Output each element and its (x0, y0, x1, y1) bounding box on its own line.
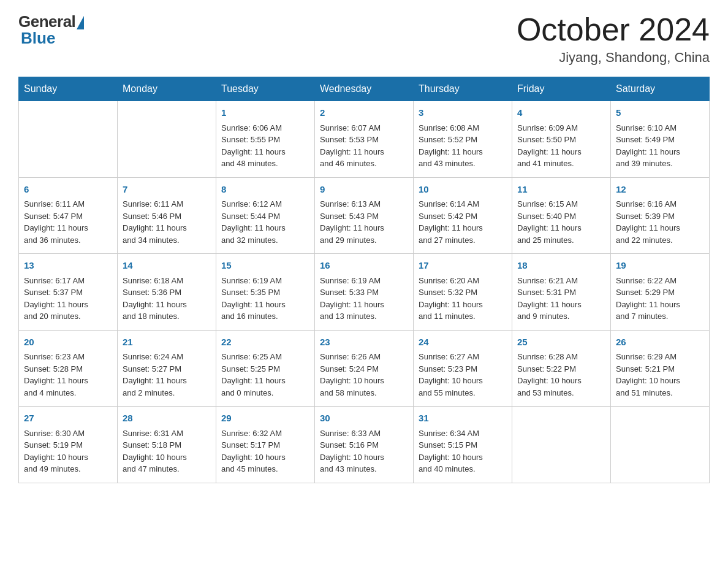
location-title: Jiyang, Shandong, China (517, 50, 710, 66)
header-cell-wednesday: Wednesday (315, 77, 414, 101)
day-detail: Sunrise: 6:32 AM Sunset: 5:17 PM Dayligh… (221, 427, 309, 475)
day-cell: 5Sunrise: 6:10 AM Sunset: 5:49 PM Daylig… (611, 101, 710, 178)
day-cell: 31Sunrise: 6:34 AM Sunset: 5:15 PM Dayli… (414, 407, 512, 483)
day-number: 14 (123, 259, 211, 273)
day-cell: 23Sunrise: 6:26 AM Sunset: 5:24 PM Dayli… (315, 330, 414, 407)
day-detail: Sunrise: 6:06 AM Sunset: 5:55 PM Dayligh… (221, 122, 309, 170)
day-number: 3 (419, 106, 507, 120)
day-cell: 24Sunrise: 6:27 AM Sunset: 5:23 PM Dayli… (414, 330, 512, 407)
day-number: 8 (221, 183, 309, 197)
day-cell (611, 407, 710, 483)
day-detail: Sunrise: 6:19 AM Sunset: 5:33 PM Dayligh… (320, 275, 408, 323)
day-number: 5 (616, 106, 704, 120)
day-cell (512, 407, 611, 483)
day-number: 9 (320, 183, 408, 197)
day-cell: 26Sunrise: 6:29 AM Sunset: 5:21 PM Dayli… (611, 330, 710, 407)
day-detail: Sunrise: 6:25 AM Sunset: 5:25 PM Dayligh… (221, 351, 309, 399)
week-row-2: 6Sunrise: 6:11 AM Sunset: 5:47 PM Daylig… (19, 177, 710, 254)
day-number: 26 (616, 335, 704, 350)
day-detail: Sunrise: 6:29 AM Sunset: 5:21 PM Dayligh… (616, 351, 704, 399)
day-number: 17 (419, 259, 507, 273)
day-cell: 29Sunrise: 6:32 AM Sunset: 5:17 PM Dayli… (216, 407, 315, 483)
logo: General Blue (18, 12, 84, 48)
day-cell: 12Sunrise: 6:16 AM Sunset: 5:39 PM Dayli… (611, 177, 710, 254)
day-detail: Sunrise: 6:19 AM Sunset: 5:35 PM Dayligh… (221, 275, 309, 323)
day-cell: 8Sunrise: 6:12 AM Sunset: 5:44 PM Daylig… (216, 177, 315, 254)
day-cell: 17Sunrise: 6:20 AM Sunset: 5:32 PM Dayli… (414, 254, 512, 331)
page-header: General Blue October 2024 Jiyang, Shando… (18, 12, 710, 66)
day-cell (118, 101, 216, 178)
day-detail: Sunrise: 6:27 AM Sunset: 5:23 PM Dayligh… (419, 351, 507, 399)
day-number: 4 (517, 106, 605, 120)
day-detail: Sunrise: 6:10 AM Sunset: 5:49 PM Dayligh… (616, 122, 704, 170)
day-detail: Sunrise: 6:26 AM Sunset: 5:24 PM Dayligh… (320, 351, 408, 399)
day-number: 23 (320, 335, 408, 350)
day-cell: 16Sunrise: 6:19 AM Sunset: 5:33 PM Dayli… (315, 254, 414, 331)
day-detail: Sunrise: 6:34 AM Sunset: 5:15 PM Dayligh… (419, 427, 507, 475)
logo-triangle-icon (77, 16, 84, 29)
day-cell: 19Sunrise: 6:22 AM Sunset: 5:29 PM Dayli… (611, 254, 710, 331)
day-number: 6 (24, 183, 112, 197)
day-detail: Sunrise: 6:13 AM Sunset: 5:43 PM Dayligh… (320, 198, 408, 246)
day-detail: Sunrise: 6:07 AM Sunset: 5:53 PM Dayligh… (320, 122, 408, 170)
day-detail: Sunrise: 6:11 AM Sunset: 5:46 PM Dayligh… (123, 198, 211, 246)
day-detail: Sunrise: 6:20 AM Sunset: 5:32 PM Dayligh… (419, 275, 507, 323)
week-row-5: 27Sunrise: 6:30 AM Sunset: 5:19 PM Dayli… (19, 407, 710, 483)
day-number: 7 (123, 183, 211, 197)
day-cell: 20Sunrise: 6:23 AM Sunset: 5:28 PM Dayli… (19, 330, 118, 407)
day-number: 30 (320, 412, 408, 426)
day-number: 28 (123, 412, 211, 426)
month-title: October 2024 (517, 12, 710, 47)
day-cell: 30Sunrise: 6:33 AM Sunset: 5:16 PM Dayli… (315, 407, 414, 483)
day-number: 1 (221, 106, 309, 120)
header-cell-tuesday: Tuesday (216, 77, 315, 101)
day-number: 13 (24, 259, 112, 273)
day-cell: 22Sunrise: 6:25 AM Sunset: 5:25 PM Dayli… (216, 330, 315, 407)
day-number: 22 (221, 335, 309, 350)
calendar-table: SundayMondayTuesdayWednesdayThursdayFrid… (18, 77, 710, 483)
title-block: October 2024 Jiyang, Shandong, China (517, 12, 710, 66)
day-number: 29 (221, 412, 309, 426)
day-detail: Sunrise: 6:17 AM Sunset: 5:37 PM Dayligh… (24, 275, 112, 323)
header-cell-monday: Monday (118, 77, 216, 101)
header-cell-sunday: Sunday (19, 77, 118, 101)
day-detail: Sunrise: 6:08 AM Sunset: 5:52 PM Dayligh… (419, 122, 507, 170)
day-cell: 21Sunrise: 6:24 AM Sunset: 5:27 PM Dayli… (118, 330, 216, 407)
day-number: 10 (419, 183, 507, 197)
day-cell: 6Sunrise: 6:11 AM Sunset: 5:47 PM Daylig… (19, 177, 118, 254)
calendar-header-row: SundayMondayTuesdayWednesdayThursdayFrid… (19, 77, 710, 101)
day-cell: 28Sunrise: 6:31 AM Sunset: 5:18 PM Dayli… (118, 407, 216, 483)
day-cell: 3Sunrise: 6:08 AM Sunset: 5:52 PM Daylig… (414, 101, 512, 178)
day-number: 2 (320, 106, 408, 120)
day-detail: Sunrise: 6:14 AM Sunset: 5:42 PM Dayligh… (419, 198, 507, 246)
header-cell-saturday: Saturday (611, 77, 710, 101)
day-number: 31 (419, 412, 507, 426)
day-cell: 2Sunrise: 6:07 AM Sunset: 5:53 PM Daylig… (315, 101, 414, 178)
day-detail: Sunrise: 6:24 AM Sunset: 5:27 PM Dayligh… (123, 351, 211, 399)
day-cell (19, 101, 118, 178)
logo-blue-text: Blue (18, 29, 55, 48)
day-detail: Sunrise: 6:33 AM Sunset: 5:16 PM Dayligh… (320, 427, 408, 475)
day-detail: Sunrise: 6:15 AM Sunset: 5:40 PM Dayligh… (517, 198, 605, 246)
day-detail: Sunrise: 6:31 AM Sunset: 5:18 PM Dayligh… (123, 427, 211, 475)
day-number: 24 (419, 335, 507, 350)
header-cell-friday: Friday (512, 77, 611, 101)
day-cell: 4Sunrise: 6:09 AM Sunset: 5:50 PM Daylig… (512, 101, 611, 178)
day-detail: Sunrise: 6:22 AM Sunset: 5:29 PM Dayligh… (616, 275, 704, 323)
day-detail: Sunrise: 6:30 AM Sunset: 5:19 PM Dayligh… (24, 427, 112, 475)
day-cell: 9Sunrise: 6:13 AM Sunset: 5:43 PM Daylig… (315, 177, 414, 254)
day-cell: 7Sunrise: 6:11 AM Sunset: 5:46 PM Daylig… (118, 177, 216, 254)
day-cell: 18Sunrise: 6:21 AM Sunset: 5:31 PM Dayli… (512, 254, 611, 331)
day-number: 16 (320, 259, 408, 273)
week-row-1: 1Sunrise: 6:06 AM Sunset: 5:55 PM Daylig… (19, 101, 710, 178)
day-number: 21 (123, 335, 211, 350)
day-detail: Sunrise: 6:09 AM Sunset: 5:50 PM Dayligh… (517, 122, 605, 170)
day-number: 11 (517, 183, 605, 197)
day-detail: Sunrise: 6:12 AM Sunset: 5:44 PM Dayligh… (221, 198, 309, 246)
day-cell: 25Sunrise: 6:28 AM Sunset: 5:22 PM Dayli… (512, 330, 611, 407)
day-detail: Sunrise: 6:18 AM Sunset: 5:36 PM Dayligh… (123, 275, 211, 323)
day-number: 27 (24, 412, 112, 426)
day-cell: 1Sunrise: 6:06 AM Sunset: 5:55 PM Daylig… (216, 101, 315, 178)
day-detail: Sunrise: 6:11 AM Sunset: 5:47 PM Dayligh… (24, 198, 112, 246)
day-cell: 14Sunrise: 6:18 AM Sunset: 5:36 PM Dayli… (118, 254, 216, 331)
